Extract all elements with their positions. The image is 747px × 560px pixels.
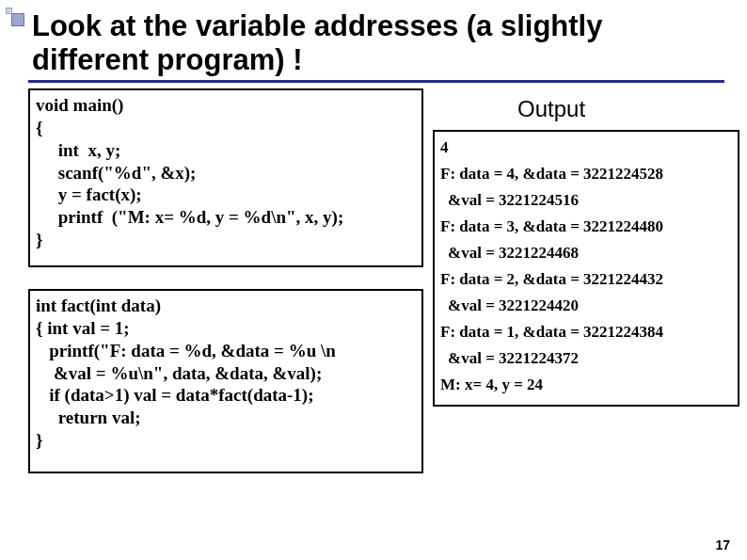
code-line: } [36, 429, 416, 452]
code-line: &val = %u\n", data, &data, &val); [36, 362, 416, 385]
title-bullet-icon [6, 8, 26, 28]
code-main-box: void main() { int x, y; scanf("%d", &x);… [28, 88, 423, 267]
output-line: 4 [440, 136, 732, 162]
code-line: scanf("%d", &x); [36, 162, 416, 184]
code-line: printf ("M: x= %d, y = %d\n", x, y); [36, 206, 416, 229]
output-heading: Output [517, 96, 585, 122]
code-line: int fact(int data) [36, 295, 416, 317]
output-box: 4 F: data = 4, &data = 3221224528 &val =… [433, 130, 739, 407]
output-line: F: data = 4, &data = 3221224528 [440, 162, 732, 188]
slide: Look at the variable addresses (a slight… [0, 0, 747, 560]
output-line: &val = 3221224372 [440, 346, 732, 373]
code-line: { [36, 117, 416, 139]
page-number: 17 [715, 537, 730, 552]
code-line: if (data>1) val = data*fact(data-1); [36, 384, 416, 407]
output-line: F: data = 2, &data = 3221224432 [440, 267, 732, 294]
code-line: { int val = 1; [36, 317, 416, 340]
code-line: printf("F: data = %d, &data = %u \n [36, 340, 416, 362]
code-fact-box: int fact(int data) { int val = 1; printf… [28, 289, 423, 473]
output-line: F: data = 3, &data = 3221224480 [440, 215, 732, 241]
output-line: M: x= 4, y = 24 [440, 373, 732, 399]
output-line: &val = 3221224468 [440, 241, 732, 267]
code-line: void main() [36, 94, 416, 117]
code-line: } [36, 229, 416, 251]
code-line: return val; [36, 407, 416, 429]
code-line: int x, y; [36, 139, 416, 162]
slide-title: Look at the variable addresses (a slight… [28, 9, 724, 83]
output-line: &val = 3221224516 [440, 188, 732, 215]
output-line: F: data = 1, &data = 3221224384 [440, 320, 732, 346]
code-line: y = fact(x); [36, 184, 416, 206]
output-line: &val = 3221224420 [440, 294, 732, 320]
